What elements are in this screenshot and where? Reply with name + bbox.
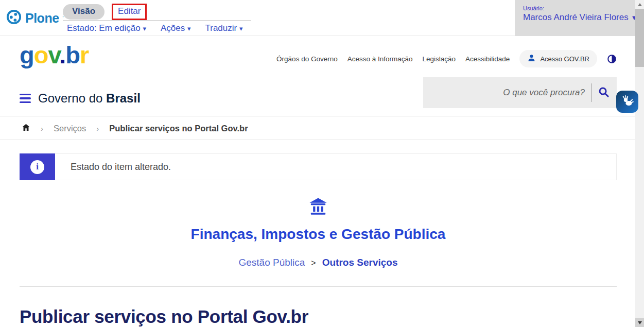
category-title: Finanças, Impostos e Gestão Pública: [20, 226, 617, 243]
section-divider: [20, 286, 617, 287]
menu-acoes[interactable]: Ações ▾: [161, 23, 191, 33]
search-input[interactable]: [441, 88, 585, 98]
chevron-down-icon: ▾: [143, 25, 146, 32]
plone-logo-text: Plone: [25, 11, 59, 26]
category-breadcrumb: Gestão Pública>Outros Serviços: [20, 257, 617, 268]
sign-language-hands-icon: [620, 94, 634, 110]
breadcrumb-current: Publicar serviços no Portal Gov.br: [109, 124, 248, 133]
user-label: Usuário:: [523, 5, 635, 11]
site-title-regular: Governo do: [38, 91, 102, 105]
site-title-row: Governo do Brasil: [20, 91, 141, 106]
user-name: Marcos André Vieira Flores ▼: [523, 12, 635, 23]
site-title[interactable]: Governo do Brasil: [38, 91, 141, 106]
menu-estado-label: Estado: Em edição: [67, 23, 141, 33]
scrollbar-thumb[interactable]: [635, 9, 644, 67]
breadcrumb-separator: ›: [96, 124, 99, 133]
menu-acoes-label: Ações: [161, 23, 185, 33]
category-icon-wrap: [20, 198, 617, 219]
category-current-link[interactable]: Outros Serviços: [322, 257, 398, 268]
nav-legislacao[interactable]: Legislação: [423, 55, 456, 63]
logo-letter: o: [34, 41, 48, 68]
site-title-bold: Brasil: [106, 91, 141, 105]
breadcrumb: › Serviços › Publicar serviços no Portal…: [0, 117, 644, 140]
toolbar-tabs: Visão Editar: [63, 4, 147, 20]
nav-acessibilidade[interactable]: Acessibilidade: [465, 55, 510, 63]
category-separator: >: [311, 259, 316, 267]
person-icon: [527, 54, 536, 64]
hamburger-menu-icon[interactable]: [20, 94, 31, 104]
nav-acesso-a-informacao[interactable]: Acesso à Informação: [347, 55, 413, 63]
user-menu[interactable]: Usuário: Marcos André Vieira Flores ▼: [515, 0, 635, 36]
category-parent-link[interactable]: Gestão Pública: [239, 257, 305, 268]
toolbar-menus: Estado: Em edição ▾ Ações ▾ Traduzir ▾: [67, 23, 242, 33]
search-button[interactable]: [597, 85, 611, 100]
menu-traduzir-label: Traduzir: [205, 23, 237, 33]
breadcrumb-servicos[interactable]: Serviços: [54, 124, 86, 133]
govbr-logo[interactable]: gov.br: [20, 41, 89, 69]
search-icon: [598, 86, 610, 99]
alert-message: Estado do item alterado.: [55, 153, 617, 180]
info-icon: i: [30, 160, 44, 174]
nav-orgaos-do-governo[interactable]: Órgãos do Governo: [276, 55, 338, 63]
tab-visao[interactable]: Visão: [63, 4, 105, 20]
search-bar: [423, 77, 617, 108]
menu-traduzir[interactable]: Traduzir ▾: [205, 23, 242, 33]
breadcrumb-separator: ›: [41, 124, 43, 133]
logo-letter: r: [80, 41, 89, 68]
plone-toolbar: Plone' Visão Editar Estado: Em edição ▾ …: [0, 0, 644, 36]
scrollbar-up-arrow[interactable]: [635, 0, 644, 9]
plone-logo[interactable]: Plone': [6, 9, 64, 27]
contrast-toggle-icon[interactable]: [607, 54, 617, 64]
chevron-down-icon: ▾: [239, 25, 243, 32]
login-button[interactable]: Acesso GOV.BR: [519, 50, 597, 67]
user-name-text: Marcos André Vieira Flores: [523, 12, 629, 22]
tab-editar[interactable]: Editar: [112, 4, 147, 20]
tab-underline: [63, 20, 251, 21]
govbr-header: gov.br Órgãos do Governo Acesso à Inform…: [0, 37, 644, 116]
page-title: Publicar serviços no Portal Gov.br: [20, 306, 308, 327]
plone-govbr-page: Plone' Visão Editar Estado: Em edição ▾ …: [0, 0, 644, 327]
plone-logo-icon: [6, 9, 22, 27]
chevron-down-icon: ▾: [187, 25, 191, 32]
search-divider: [591, 83, 591, 102]
bank-icon: [308, 210, 328, 218]
vlibras-button[interactable]: [616, 91, 638, 113]
vertical-scrollbar[interactable]: [635, 0, 644, 327]
logo-letter: g: [20, 41, 34, 68]
header-nav: Órgãos do Governo Acesso à Informação Le…: [276, 50, 617, 67]
status-alert: i Estado do item alterado.: [20, 153, 617, 180]
login-button-label: Acesso GOV.BR: [540, 55, 589, 63]
home-icon[interactable]: [22, 123, 30, 134]
alert-icon-box: i: [20, 153, 55, 180]
logo-letter: b: [65, 41, 80, 68]
logo-letter: v: [48, 41, 59, 68]
logo-letter: .: [59, 41, 65, 68]
scrollbar-down-arrow[interactable]: [635, 318, 644, 327]
menu-estado[interactable]: Estado: Em edição ▾: [67, 23, 146, 33]
